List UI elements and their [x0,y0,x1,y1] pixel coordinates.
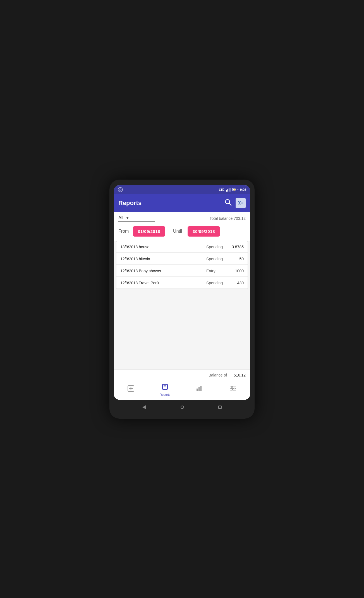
stats-icon [196,385,202,394]
wifi-icon [118,187,123,192]
svg-rect-0 [226,190,227,192]
bottom-nav: Reports [114,381,250,400]
balance-of-label: Balance of [209,373,227,377]
svg-rect-13 [162,385,163,389]
transaction-right-3: Spending 430 [206,281,244,285]
signal-icon [226,188,231,192]
date-range-row: From 01/09/2018 Until 30/09/2018 [114,224,250,241]
svg-rect-15 [198,387,200,391]
transaction-right-1: Spending 50 [206,257,244,261]
until-date-button[interactable]: 30/09/2018 [188,226,220,237]
transaction-amount-1: 50 [230,257,244,261]
page-title: Reports [118,199,142,207]
svg-point-22 [232,390,233,391]
dropdown-selected-value: All [118,215,123,220]
table-row[interactable]: 12/9/2018 Baby shower Entry 1000 [116,265,248,277]
svg-rect-1 [227,189,228,192]
balance-footer: Balance of 516.12 [114,369,250,381]
balance-of-value: 516.12 [234,373,246,377]
dropdown-arrow-icon: ▼ [126,216,130,220]
lte-label: LTE [219,188,224,191]
time-display: 9:26 [240,188,246,191]
settings-icon [230,385,236,394]
from-label: From [118,229,130,234]
nav-settings[interactable] [216,385,250,395]
transaction-right-2: Entry 1000 [206,269,244,273]
nav-reports[interactable]: Reports [148,383,182,396]
table-row[interactable]: 12/9/2018 bitcoin Spending 50 [116,253,248,265]
transaction-date-name-1: 12/9/2018 bitcoin [120,257,150,261]
svg-rect-3 [230,188,231,192]
excel-icon: X≡ [238,201,244,206]
svg-line-5 [229,203,231,205]
screen: LTE ⚡ 9:26 Reports [114,185,250,400]
until-label: Until [173,229,184,234]
search-button[interactable] [224,199,232,208]
svg-rect-14 [197,389,198,391]
category-dropdown[interactable]: All ▼ [118,215,155,222]
back-button[interactable] [142,405,146,409]
transaction-type-0: Spending [206,245,224,249]
export-excel-button[interactable]: X≡ [236,198,246,208]
svg-point-21 [234,388,235,389]
svg-point-20 [231,386,233,388]
home-button[interactable] [181,406,184,409]
table-row[interactable]: 12/9/2018 Travel Perú Spending 430 [116,277,248,289]
status-left [118,187,123,192]
add-icon [128,385,134,394]
transaction-list: 13/9/2018 house Spending 3.8785 12/9/201… [114,241,250,369]
transaction-right-0: Spending 3.8785 [206,245,244,249]
transaction-type-3: Spending [206,281,224,285]
battery-icon: ⚡ [232,188,238,191]
app-bar: Reports X≡ [114,194,250,212]
transaction-type-2: Entry [206,269,224,273]
reports-label: Reports [160,393,171,396]
table-row[interactable]: 13/9/2018 house Spending 3.8785 [116,241,248,253]
status-right: LTE ⚡ 9:26 [219,188,246,192]
app-bar-actions: X≡ [224,198,246,208]
transaction-type-1: Spending [206,257,224,261]
transaction-amount-3: 430 [230,281,244,285]
nav-add[interactable] [114,385,148,395]
reports-icon [162,383,168,392]
filter-row: All ▼ Total balance 703.12 [114,212,250,224]
svg-rect-2 [229,188,229,192]
nav-stats[interactable] [182,385,216,395]
total-balance-display: Total balance 703.12 [210,216,246,221]
recents-button[interactable] [218,406,222,409]
android-nav-bar [114,401,250,413]
main-content: All ▼ Total balance 703.12 From 01/09/20… [114,212,250,400]
transaction-date-name-0: 13/9/2018 house [120,245,149,249]
transaction-amount-0: 3.8785 [230,245,244,249]
from-date-button[interactable]: 01/09/2018 [133,226,165,237]
transaction-date-name-3: 12/9/2018 Travel Perú [120,281,159,285]
search-icon [224,199,232,206]
svg-rect-16 [200,386,202,391]
status-bar: LTE ⚡ 9:26 [114,185,250,194]
transaction-date-name-2: 12/9/2018 Baby shower [120,269,161,273]
transaction-amount-2: 1000 [230,269,244,273]
device-frame: LTE ⚡ 9:26 Reports [109,180,255,419]
